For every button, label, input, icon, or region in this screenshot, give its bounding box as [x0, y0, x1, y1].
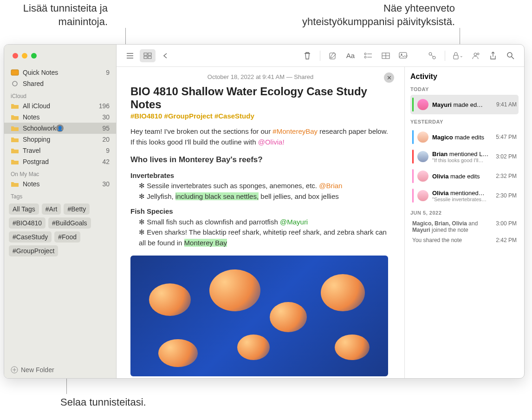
- folder-icon: [11, 147, 19, 154]
- folder-icon: [11, 136, 19, 143]
- svg-rect-4: [148, 53, 151, 55]
- tag-casestudy[interactable]: #CaseStudy: [9, 231, 52, 243]
- highlight: Monterey Bay: [184, 239, 227, 247]
- activity-date-today: TODAY: [410, 86, 519, 92]
- hashtag[interactable]: #MontereyBay: [272, 127, 318, 135]
- tag-all[interactable]: All Tags: [9, 203, 39, 215]
- label: Shopping: [23, 136, 50, 143]
- activity-plain-item: Magico, Brian, Olivia and Mayuri joined …: [410, 218, 519, 235]
- activity-panel: Activity TODAY Mayuri made ed… 9:41 AM Y…: [404, 67, 524, 378]
- svg-rect-5: [144, 56, 147, 59]
- sidebar-travel[interactable]: Travel 9: [4, 145, 116, 156]
- label: All iCloud: [23, 102, 50, 110]
- mention-olivia[interactable]: @Olivia!: [258, 138, 285, 146]
- note-image: [130, 256, 388, 376]
- count: 30: [102, 180, 110, 188]
- sidebar: Quick Notes 9 Shared iCloud All iCloud 1…: [4, 45, 117, 378]
- gallery-view-button[interactable]: [140, 49, 156, 62]
- tag-art[interactable]: #Art: [42, 203, 61, 215]
- window-controls: [13, 53, 37, 59]
- tag-groupproject[interactable]: #GroupProject: [9, 245, 58, 256]
- time: 9:41 AM: [496, 101, 517, 108]
- svg-point-9: [364, 56, 366, 58]
- folder-icon: [11, 158, 19, 165]
- search-button[interactable]: [503, 49, 519, 62]
- time: 2:30 PM: [496, 192, 517, 199]
- share-button[interactable]: [485, 49, 501, 62]
- quick-notes-icon: [11, 69, 19, 76]
- label: Notes: [23, 180, 40, 188]
- tag-food[interactable]: #Food: [54, 231, 80, 243]
- list-view-button[interactable]: [122, 49, 138, 62]
- mention-mayuri[interactable]: @Mayuri: [280, 218, 308, 226]
- activity-item[interactable]: Magico made edits 5:47 PM: [410, 127, 519, 147]
- label: Shared: [23, 80, 44, 87]
- compose-icon: [329, 52, 337, 60]
- checklist-button[interactable]: [360, 49, 376, 62]
- folder-icon: [11, 181, 19, 187]
- highlight: including black sea nettles,: [175, 192, 259, 200]
- plus-circle-icon: [11, 366, 18, 374]
- lock-button[interactable]: ⌄: [450, 49, 466, 62]
- onmymac-header: On My Mac: [4, 167, 116, 178]
- svg-point-16: [474, 53, 477, 56]
- new-folder-button[interactable]: New Folder: [4, 361, 116, 378]
- link-button[interactable]: [424, 49, 440, 62]
- note-content[interactable]: October 18, 2022 at 9:41 AM — Shared BIO…: [117, 67, 404, 378]
- activity-item[interactable]: Olivia made edits 2:32 PM: [410, 166, 519, 186]
- table-button[interactable]: [378, 49, 394, 62]
- sidebar-quick-notes[interactable]: Quick Notes 9: [4, 67, 116, 78]
- label: Quick Notes: [23, 69, 58, 76]
- media-button[interactable]: [396, 49, 411, 62]
- sidebar-schoolwork[interactable]: Schoolwork 👤 95: [4, 123, 116, 134]
- sidebar-notes[interactable]: Notes 30: [4, 112, 116, 123]
- activity-item[interactable]: Olivia mentioned…"Sessile invertebrates……: [410, 186, 519, 205]
- search-icon: [507, 52, 514, 59]
- minimize-button[interactable]: [22, 53, 27, 59]
- time: 5:47 PM: [496, 134, 517, 140]
- toolbar: Aa ⌄: [117, 45, 524, 67]
- tag-bio4810[interactable]: #BIO4810: [9, 217, 45, 229]
- sidebar-shopping[interactable]: Shopping 20: [4, 134, 116, 145]
- delete-button[interactable]: [299, 49, 315, 62]
- tag-buildgoals[interactable]: #BuildGoals: [48, 217, 91, 229]
- photo-icon: [399, 52, 408, 59]
- sidebar-shared[interactable]: Shared: [4, 78, 116, 89]
- note-tags: #BIO4810 #GroupProject #CaseStudy: [130, 112, 390, 120]
- collaborate-button[interactable]: [467, 49, 483, 62]
- close-activity-button[interactable]: ✕: [384, 72, 394, 83]
- avatar: [417, 131, 428, 143]
- count: 196: [99, 102, 110, 110]
- label: Notes: [23, 113, 40, 121]
- label: Schoolwork: [23, 125, 56, 132]
- section-heading: Who lives in Monterey Bay's reefs?: [130, 154, 390, 166]
- subheading: Fish Species: [130, 206, 390, 217]
- activity-item[interactable]: Brian mentioned L…"If this looks good I'…: [410, 147, 519, 166]
- svg-point-1: [13, 81, 17, 86]
- callout-browse-tags: Selaa tunnisteitasi.: [60, 396, 146, 409]
- activity-item[interactable]: Mayuri made ed… 9:41 AM: [410, 95, 519, 114]
- mention-brian[interactable]: @Brian: [319, 182, 342, 190]
- format-button[interactable]: Aa: [343, 49, 358, 62]
- count: 9: [106, 69, 110, 76]
- back-button[interactable]: [157, 49, 173, 62]
- sidebar-postgrad[interactable]: Postgrad 42: [4, 156, 116, 167]
- new-note-button[interactable]: [325, 49, 341, 62]
- callout-tags-mentions: Lisää tunnisteita ja mainintoja.: [4, 2, 108, 28]
- folder-icon: [11, 125, 19, 131]
- note-title: BIO 4810 Shallow Water Ecology Case Stud…: [130, 85, 390, 111]
- count: 95: [102, 125, 110, 132]
- svg-rect-15: [454, 55, 458, 59]
- activity-date-jun5: JUN 5, 2022: [410, 210, 519, 216]
- sidebar-om-notes[interactable]: Notes 30: [4, 178, 116, 190]
- folder-icon: [11, 103, 19, 109]
- avatar: [417, 151, 428, 162]
- svg-rect-11: [399, 52, 407, 58]
- tag-betty[interactable]: #Betty: [64, 203, 90, 215]
- svg-rect-3: [144, 53, 147, 55]
- tags-header: Tags: [4, 190, 116, 201]
- close-button[interactable]: [13, 53, 18, 59]
- avatar: [417, 99, 428, 110]
- sidebar-all-icloud[interactable]: All iCloud 196: [4, 100, 116, 112]
- maximize-button[interactable]: [31, 53, 37, 59]
